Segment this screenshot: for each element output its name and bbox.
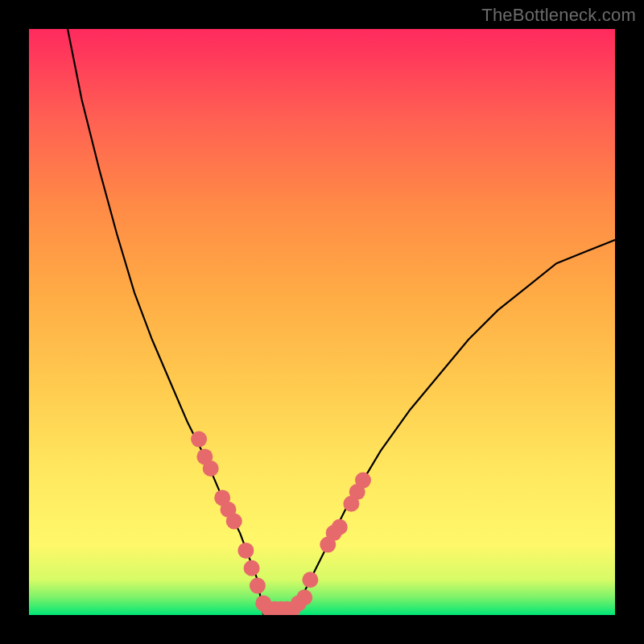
marker-dot: [332, 519, 348, 535]
marker-dot: [302, 572, 318, 588]
marker-dot: [296, 589, 312, 605]
watermark-text: TheBottleneck.com: [481, 5, 636, 26]
marker-dot: [226, 514, 242, 530]
marker-dot: [203, 460, 219, 477]
chart-svg: [29, 29, 615, 615]
chart-frame: TheBottleneck.com: [0, 0, 644, 644]
marker-dot: [355, 473, 371, 489]
marker-dot: [250, 578, 266, 594]
marker-group: [191, 431, 371, 615]
marker-dot: [237, 543, 254, 559]
marker-dot: [244, 560, 260, 576]
plot-area: [29, 29, 615, 615]
marker-dot: [191, 431, 207, 448]
bottleneck-curve-path: [29, 29, 615, 615]
